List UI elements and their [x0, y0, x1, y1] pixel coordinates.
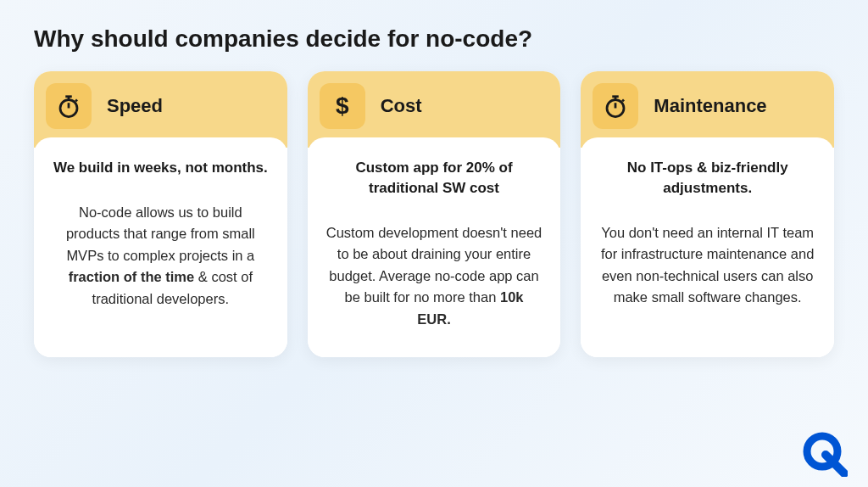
- card-title: Speed: [107, 95, 163, 117]
- card-desc: Custom development doesn't need to be ab…: [326, 222, 542, 331]
- page-title: Why should companies decide for no-code?: [34, 25, 834, 53]
- card-maintenance: Maintenance No IT-ops & biz-friendly adj…: [581, 71, 834, 357]
- card-body: We build in weeks, not months. No-code a…: [34, 137, 287, 357]
- card-body: Custom app for 20% of traditional SW cos…: [308, 137, 561, 357]
- stopwatch-icon: [593, 83, 638, 129]
- card-headline: No IT-ops & biz-friendly adjustments.: [599, 158, 815, 199]
- card-body: No IT-ops & biz-friendly adjustments. Yo…: [581, 137, 834, 357]
- card-desc: No-code allows us to build products that…: [53, 202, 269, 311]
- card-headline: Custom app for 20% of traditional SW cos…: [326, 158, 542, 199]
- dollar-icon: $: [320, 83, 365, 129]
- card-title: Cost: [381, 95, 422, 117]
- card-cost: $ Cost Custom app for 20% of traditional…: [308, 71, 561, 357]
- card-header: Maintenance: [581, 71, 834, 148]
- card-header: $ Cost: [308, 71, 561, 148]
- brand-logo-icon: [800, 429, 848, 477]
- card-desc: You don't need an internal IT team for i…: [599, 222, 815, 309]
- card-header: Speed: [34, 71, 287, 148]
- card-row: Speed We build in weeks, not months. No-…: [34, 71, 834, 357]
- svg-line-9: [622, 100, 624, 102]
- card-speed: Speed We build in weeks, not months. No-…: [34, 71, 287, 357]
- card-title: Maintenance: [654, 95, 766, 117]
- card-headline: We build in weeks, not months.: [53, 158, 269, 178]
- stopwatch-icon: [46, 83, 92, 129]
- svg-line-4: [75, 100, 77, 102]
